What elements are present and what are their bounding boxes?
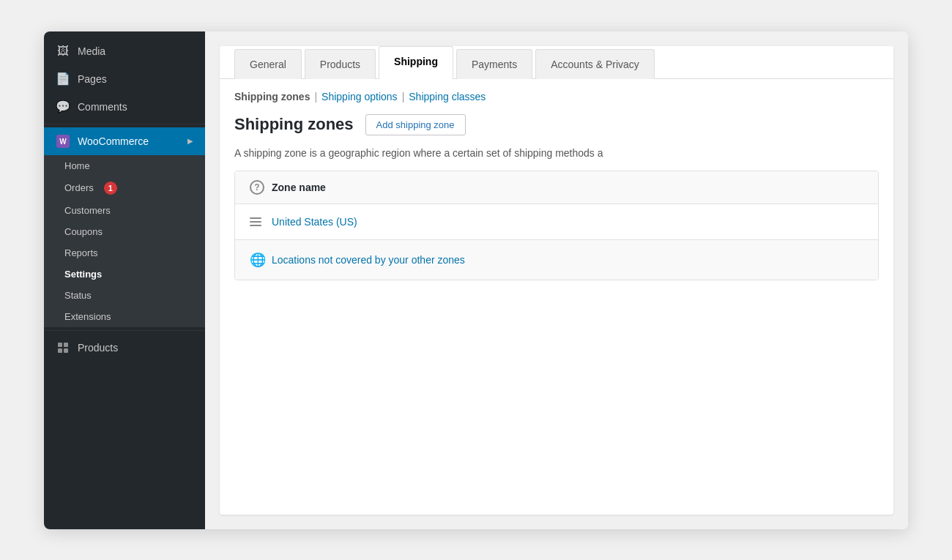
sidebar-item-home[interactable]: Home: [44, 155, 205, 176]
sidebar-item-label: WooCommerce: [78, 135, 149, 147]
header-icon-col: ?: [250, 180, 272, 195]
sidebar-item-pages[interactable]: 📄 Pages: [44, 65, 205, 93]
sidebar-item-comments[interactable]: 💬 Comments: [44, 93, 205, 121]
shipping-subnav: Shipping zones | Shipping options | Ship…: [220, 79, 893, 108]
sidebar-item-products[interactable]: Products: [44, 334, 205, 362]
main-content: General Products Shipping Payments Accou…: [205, 31, 908, 529]
tab-payments[interactable]: Payments: [456, 49, 532, 79]
drag-handle: [250, 217, 272, 226]
tab-accounts[interactable]: Accounts & Privacy: [535, 49, 655, 79]
globe-icon: 🌐: [250, 252, 272, 268]
help-circle-icon[interactable]: ?: [250, 180, 264, 195]
products-icon: [56, 340, 70, 355]
home-label: Home: [64, 160, 90, 171]
subnav-link-options[interactable]: Shipping options: [321, 91, 398, 102]
tab-products[interactable]: Products: [305, 49, 376, 79]
content-area: General Products Shipping Payments Accou…: [220, 46, 893, 515]
orders-label: Orders: [64, 182, 94, 193]
sidebar-item-label: Pages: [78, 73, 107, 85]
sidebar-item-media[interactable]: 🖼 Media: [44, 37, 205, 65]
collapse-arrow: ▶: [187, 137, 193, 145]
pages-icon: 📄: [56, 72, 70, 86]
media-icon: 🖼: [56, 44, 70, 59]
sidebar-item-woocommerce[interactable]: W WooCommerce ▶: [44, 127, 205, 155]
sidebar-divider: [44, 124, 205, 124]
svg-rect-3: [64, 343, 68, 347]
zone-description: A shipping zone is a geographic region w…: [220, 147, 893, 171]
add-shipping-zone-button[interactable]: Add shipping zone: [365, 114, 466, 135]
woo-icon: W: [56, 134, 70, 149]
page-header: Shipping zones Add shipping zone: [220, 108, 893, 147]
sidebar-item-coupons[interactable]: Coupons: [44, 221, 205, 242]
customers-label: Customers: [64, 205, 111, 216]
extensions-label: Extensions: [64, 311, 111, 322]
sidebar-divider-2: [44, 330, 205, 331]
svg-rect-4: [58, 348, 62, 353]
zones-table: ? Zone name United States (US): [234, 171, 879, 280]
subnav-current: Shipping zones: [234, 91, 310, 102]
sidebar-item-extensions[interactable]: Extensions: [44, 306, 205, 327]
tab-general[interactable]: General: [234, 49, 302, 79]
status-label: Status: [64, 290, 92, 301]
tab-shipping[interactable]: Shipping: [379, 46, 453, 79]
sidebar-item-orders[interactable]: Orders 1: [44, 176, 205, 200]
orders-badge: 1: [104, 182, 117, 195]
globe-symbol: 🌐: [250, 253, 266, 267]
sidebar-item-reports[interactable]: Reports: [44, 242, 205, 264]
sidebar-item-status[interactable]: Status: [44, 285, 205, 306]
comments-icon: 💬: [56, 100, 70, 114]
zone-link-us[interactable]: United States (US): [272, 216, 357, 228]
svg-text:W: W: [59, 138, 67, 146]
svg-rect-2: [58, 343, 62, 347]
settings-tabs: General Products Shipping Payments Accou…: [220, 46, 893, 79]
sidebar-item-label: Comments: [78, 101, 127, 113]
table-header: ? Zone name: [235, 171, 878, 204]
subnav-link-classes[interactable]: Shipping classes: [409, 91, 486, 102]
woocommerce-submenu: Home Orders 1 Customers Coupons Reports …: [44, 155, 205, 327]
zone-link-other[interactable]: Locations not covered by your other zone…: [272, 254, 465, 266]
table-row[interactable]: 🌐 Locations not covered by your other zo…: [235, 240, 878, 280]
reports-label: Reports: [64, 247, 98, 258]
settings-label: Settings: [64, 269, 102, 280]
sidebar-item-label: Media: [78, 45, 105, 57]
page-title: Shipping zones: [234, 115, 354, 134]
subnav-sep-2: |: [402, 91, 405, 102]
subnav-sep-1: |: [314, 91, 317, 102]
sidebar-item-settings[interactable]: Settings: [44, 264, 205, 285]
svg-rect-5: [64, 348, 68, 353]
sidebar: 🖼 Media 📄 Pages 💬 Comments W WooCommerce…: [44, 31, 205, 529]
zone-name-header: Zone name: [272, 182, 326, 193]
sidebar-item-customers[interactable]: Customers: [44, 200, 205, 221]
drag-icon: [250, 217, 272, 226]
coupons-label: Coupons: [64, 226, 103, 237]
table-row[interactable]: United States (US): [235, 204, 878, 240]
products-label: Products: [78, 342, 118, 354]
